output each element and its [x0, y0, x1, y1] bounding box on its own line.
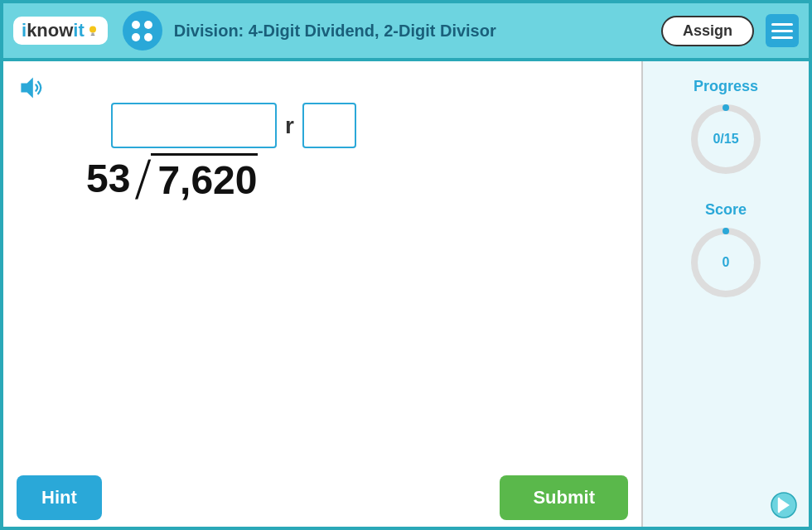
hint-button[interactable]: Hint — [17, 475, 102, 520]
division-bracket: ⧸ — [135, 158, 151, 198]
divisor-row: 53 ⧸ 7,620 — [86, 153, 258, 203]
score-gauge: 0 — [689, 225, 763, 300]
r-label: r — [285, 113, 294, 139]
divisor: 53 — [86, 156, 130, 201]
svg-point-0 — [89, 26, 96, 32]
score-label: Score — [705, 201, 747, 219]
progress-gauge: 0/15 — [689, 102, 763, 176]
logo-area: iknowit — [13, 11, 162, 51]
submit-button[interactable]: Submit — [500, 475, 628, 520]
film-dot — [132, 21, 140, 29]
app-header: iknowit Division: 4-Digit Dividend, 2-Di… — [3, 3, 809, 61]
sound-icon[interactable] — [17, 73, 46, 106]
answer-row: r — [111, 103, 356, 148]
film-dot — [144, 33, 152, 41]
menu-button[interactable] — [766, 14, 799, 47]
progress-section: Progress 0/15 — [689, 78, 763, 176]
score-value: 0 — [723, 255, 730, 270]
progress-value: 0/15 — [713, 132, 738, 147]
menu-line — [771, 23, 793, 26]
svg-rect-2 — [90, 35, 94, 36]
quotient-input[interactable] — [111, 103, 277, 148]
bulb-icon — [86, 24, 99, 37]
problem-area: r 53 ⧸ 7,620 — [86, 103, 625, 203]
score-section: Score 0 — [689, 201, 763, 300]
menu-line — [771, 30, 793, 32]
next-arrow-icon[interactable] — [771, 492, 797, 522]
svg-marker-3 — [21, 77, 32, 98]
remainder-input[interactable] — [302, 103, 356, 148]
film-icon — [123, 11, 162, 51]
main-area: r 53 ⧸ 7,620 Hint Submit Progress — [3, 61, 809, 530]
svg-rect-1 — [91, 32, 94, 34]
lesson-title: Division: 4-Digit Dividend, 2-Digit Divi… — [174, 22, 661, 41]
progress-label: Progress — [694, 78, 758, 95]
menu-line — [771, 36, 793, 39]
content-area: r 53 ⧸ 7,620 Hint Submit — [3, 61, 643, 530]
sidebar: Progress 0/15 Score 0 — [643, 61, 809, 530]
bottom-bar: Hint Submit — [17, 475, 628, 520]
film-dot — [144, 21, 152, 29]
logo: iknowit — [13, 17, 108, 45]
film-dot — [132, 33, 140, 41]
dividend: 7,620 — [151, 153, 257, 203]
assign-button[interactable]: Assign — [661, 16, 754, 46]
